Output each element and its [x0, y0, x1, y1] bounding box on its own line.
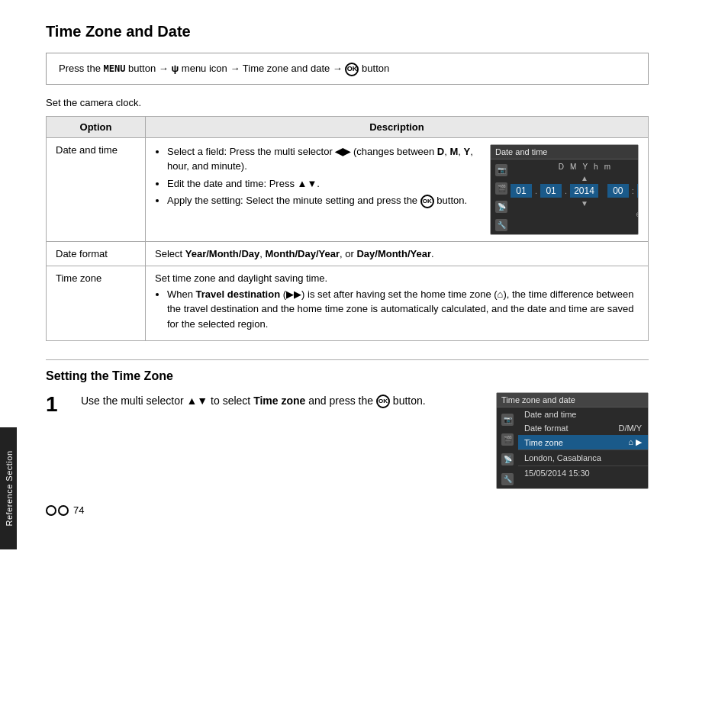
cam2-row-date-format: Date format D/M/Y — [518, 421, 648, 435]
col-description-header: Description — [146, 116, 649, 137]
cam2-row-date-time: Date and time — [518, 407, 648, 421]
option-date-time: Date and time — [47, 137, 146, 241]
options-table: Option Description Date and time Select … — [46, 116, 649, 342]
footer-icon — [46, 505, 69, 516]
cam2-content: Date and time Date format D/M/Y Time zon… — [518, 407, 648, 488]
step-1-row: 1 Use the multi selector ▲▼ to select Ti… — [46, 392, 649, 489]
cam2-icon-camera: 📷 — [501, 414, 514, 426]
table-row: Date format Select Year/Month/Day, Month… — [47, 241, 649, 266]
col-option-header: Option — [47, 116, 146, 137]
cam2-location: London, Casablanca — [518, 449, 648, 465]
camera-ui-date-time: Date and time 📷 🎬 📡 🔧 — [490, 144, 639, 235]
nav-instruction-box: Press the MENU button → ψ menu icon → Ti… — [46, 53, 649, 85]
cam-footer: ⊕ Edit — [511, 209, 639, 220]
cam-header: Date and time — [491, 145, 638, 159]
cam-main: DMYhm ▲ 01 . 01 . — [511, 163, 639, 231]
cam2-icon-wrench: 🔧 — [501, 473, 514, 485]
page-title: Time Zone and Date — [46, 23, 649, 40]
nav-instruction-text: Press the MENU button → ψ menu icon → Ti… — [59, 63, 389, 74]
cam2-icon-wifi: 📡 — [501, 453, 514, 465]
cam2-time: 15/05/2014 15:30 — [518, 465, 648, 480]
subtitle: Set the camera clock. — [46, 97, 649, 108]
step-number: 1 — [46, 394, 69, 415]
cam-icon-wrench: 🔧 — [495, 219, 507, 231]
cam-values: 01 . 01 . 2014 00 : 00 — [511, 184, 639, 198]
section-setting-time-zone: Setting the Time Zone 1 Use the multi se… — [46, 359, 649, 489]
table-row: Time zone Set time zone and daylight sav… — [47, 266, 649, 341]
cam-icon-film: 🎬 — [495, 182, 507, 195]
table-row: Date and time Select a field: Press the … — [47, 137, 649, 241]
page-footer: 74 — [46, 504, 649, 516]
cam-icon-wifi: 📡 — [495, 201, 507, 213]
section2-title: Setting the Time Zone — [46, 359, 649, 383]
cam2-row-time-zone: Time zone ⌂ ▶ — [518, 435, 648, 449]
page-number: 74 — [73, 504, 84, 516]
cam-arrows-up: ▲ — [511, 174, 639, 182]
cam2-header: Time zone and date — [497, 393, 648, 407]
option-time-zone: Time zone — [47, 266, 146, 341]
camera-ui-time-zone: Time zone and date 📷 🎬 📡 🔧 Date and time — [496, 392, 649, 489]
desc-date-time-text: Select a field: Press the multi selector… — [155, 144, 481, 211]
cam2-icon-film: 🎬 — [501, 433, 514, 446]
desc-date-time: Select a field: Press the multi selector… — [146, 137, 649, 241]
cam2-icons: 📷 🎬 📡 🔧 — [497, 407, 518, 488]
cam-sidebar: 📷 🎬 📡 🔧 — [495, 163, 507, 231]
desc-date-format: Select Year/Month/Day, Month/Day/Year, o… — [146, 241, 649, 266]
vertical-tab: Reference Section — [0, 427, 17, 549]
cam-arrows-down: ▼ — [511, 199, 639, 208]
option-date-format: Date format — [47, 241, 146, 266]
desc-time-zone: Set time zone and daylight saving time. … — [146, 266, 649, 341]
cam-icon-camera: 📷 — [495, 164, 507, 176]
cam-labels: DMYhm — [511, 163, 639, 171]
vertical-tab-label: Reference Section — [4, 451, 13, 527]
step-text: Use the multi selector ▲▼ to select Time… — [81, 392, 484, 409]
